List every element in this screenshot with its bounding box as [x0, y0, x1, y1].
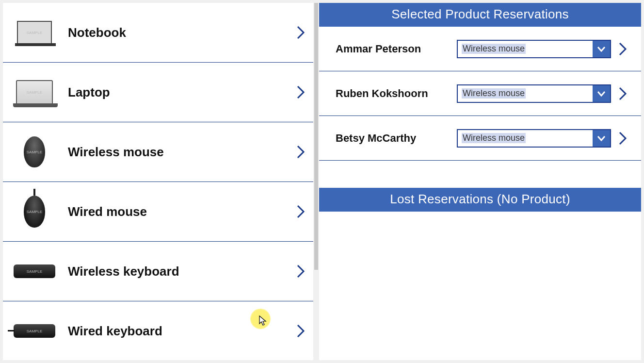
- reservation-row: Betsy McCarthy Wireless mouse: [319, 116, 641, 161]
- scroll-thumb[interactable]: [314, 3, 318, 270]
- reservation-row: Ruben Kokshoorn Wireless mouse: [319, 71, 641, 116]
- product-list-panel: SAMPLE Notebook SAMPLE Laptop SAMPLE Wir…: [3, 3, 313, 360]
- dropdown-value: Wireless mouse: [458, 41, 593, 57]
- product-label: Wireless keyboard: [68, 264, 296, 279]
- chevron-down-icon[interactable]: [593, 130, 610, 147]
- product-row-wired-keyboard[interactable]: SAMPLE Wired keyboard: [3, 301, 313, 360]
- chevron-right-icon[interactable]: [618, 130, 628, 147]
- chevron-right-icon: [296, 263, 306, 280]
- product-label: Wired keyboard: [68, 324, 296, 339]
- product-label: Wired mouse: [68, 204, 296, 219]
- chevron-down-icon[interactable]: [593, 41, 610, 57]
- chevron-right-icon: [296, 24, 306, 41]
- chevron-right-icon[interactable]: [618, 85, 628, 102]
- wired-keyboard-thumb-icon: SAMPLE: [13, 312, 56, 350]
- wireless-keyboard-thumb-icon: SAMPLE: [13, 252, 56, 291]
- wireless-mouse-thumb-icon: SAMPLE: [13, 132, 56, 171]
- chevron-right-icon: [296, 144, 306, 160]
- product-dropdown[interactable]: Wireless mouse: [457, 40, 611, 58]
- reservations-panel: Selected Product Reservations Ammar Pete…: [319, 3, 641, 360]
- reservation-row: Ammar Peterson Wireless mouse: [319, 27, 641, 71]
- product-dropdown[interactable]: Wireless mouse: [457, 129, 611, 148]
- wired-mouse-thumb-icon: SAMPLE: [13, 192, 56, 231]
- chevron-right-icon: [296, 323, 306, 339]
- reservation-person: Ruben Kokshoorn: [336, 87, 457, 100]
- lost-reservations-header: Lost Reservations (No Product): [319, 188, 641, 212]
- product-row-laptop[interactable]: SAMPLE Laptop: [3, 63, 313, 122]
- product-dropdown[interactable]: Wireless mouse: [457, 84, 611, 103]
- selected-reservations-header: Selected Product Reservations: [319, 3, 641, 27]
- product-row-wireless-mouse[interactable]: SAMPLE Wireless mouse: [3, 122, 313, 182]
- app-root: SAMPLE Notebook SAMPLE Laptop SAMPLE Wir…: [0, 0, 644, 363]
- product-row-wired-mouse[interactable]: SAMPLE Wired mouse: [3, 182, 313, 242]
- scrollbar[interactable]: [313, 3, 319, 360]
- product-row-wireless-keyboard[interactable]: SAMPLE Wireless keyboard: [3, 242, 313, 301]
- product-label: Laptop: [68, 85, 296, 100]
- product-row-notebook[interactable]: SAMPLE Notebook: [3, 3, 313, 63]
- dropdown-value: Wireless mouse: [458, 85, 593, 102]
- reservation-person: Betsy McCarthy: [336, 132, 457, 145]
- chevron-right-icon[interactable]: [618, 41, 628, 57]
- chevron-right-icon: [296, 84, 306, 100]
- chevron-down-icon[interactable]: [593, 85, 610, 102]
- product-label: Notebook: [68, 25, 296, 40]
- dropdown-value: Wireless mouse: [458, 130, 593, 147]
- spacer: [319, 161, 641, 188]
- notebook-thumb-icon: SAMPLE: [13, 13, 56, 52]
- reservation-person: Ammar Peterson: [336, 43, 457, 55]
- laptop-thumb-icon: SAMPLE: [13, 73, 56, 112]
- chevron-right-icon: [296, 203, 306, 220]
- product-label: Wireless mouse: [68, 145, 296, 160]
